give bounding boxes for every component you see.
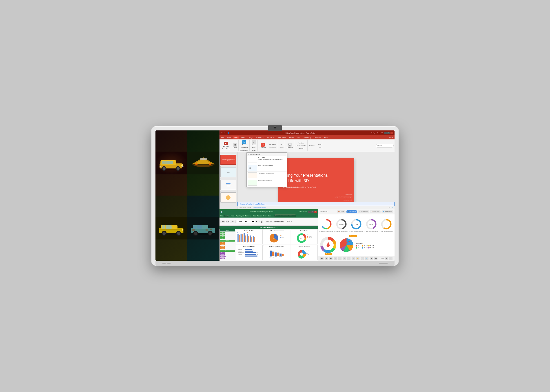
menu-review[interactable]: Review bbox=[288, 137, 294, 139]
excel-window-controls[interactable]: ─ □ × bbox=[308, 210, 317, 213]
donut-4-text: 45% bbox=[370, 223, 373, 225]
svg-text:UTTAR PRADESH: UTTAR PRADESH bbox=[238, 252, 243, 253]
cut-button[interactable]: Cut bbox=[226, 220, 229, 223]
my-addins-button[interactable]: My Add-ins bbox=[269, 146, 277, 148]
shapes-icon[interactable]: △ bbox=[343, 257, 346, 260]
new-slide-button[interactable]: ▣ New Slide bbox=[222, 141, 229, 147]
comment-button[interactable]: 💬 Comment bbox=[286, 143, 293, 149]
minimize-button[interactable]: ─ bbox=[384, 132, 387, 134]
slides-panel[interactable]: 1 Bring Your Presentations to Life with … bbox=[220, 152, 237, 209]
excel-menu-home[interactable]: Home bbox=[224, 215, 229, 217]
share-button[interactable]: Share bbox=[388, 137, 394, 139]
ppt-area: AutoSave 🔵 Bring Your Presentation - Pow… bbox=[220, 130, 394, 209]
zoom-controls[interactable]: ─ □ + 🔍 bbox=[388, 207, 393, 208]
paste-button[interactable]: Paste bbox=[220, 220, 225, 223]
underline-button[interactable]: U bbox=[261, 220, 263, 223]
window-controls[interactable]: ─ □ × bbox=[384, 132, 393, 134]
table-button[interactable]: ⊞ Table bbox=[233, 143, 237, 149]
eraser-icon[interactable]: ⌫ bbox=[338, 257, 342, 260]
reuse-slides-button[interactable]: Reuse Slides bbox=[221, 148, 230, 150]
menu-view[interactable]: View bbox=[296, 137, 301, 139]
excel-menu-review[interactable]: Review bbox=[257, 215, 262, 217]
text-icon[interactable]: T bbox=[347, 257, 350, 260]
textbox-button[interactable]: Text Box bbox=[298, 142, 304, 144]
wrap-text-button[interactable]: Wrap Text bbox=[265, 221, 273, 223]
resources-button[interactable]: 📋 Resources bbox=[370, 210, 381, 213]
excel-menu-file[interactable]: File bbox=[220, 215, 223, 217]
dots-icon[interactable]: ⋯ bbox=[374, 257, 378, 260]
dropdown-item-reuse[interactable]: Reuse Slides Search PowerPoint files for… bbox=[247, 156, 287, 164]
slide-thumb-2[interactable]: slide 2 bbox=[220, 167, 236, 177]
cast-space-button[interactable]: 📡 Cast Space bbox=[358, 210, 369, 213]
select-icon[interactable]: ↖ bbox=[352, 257, 355, 260]
zoom-button[interactable]: Zoom bbox=[279, 143, 284, 146]
shapes-button[interactable]: ○ Shapes bbox=[251, 140, 256, 146]
excel-menu-data[interactable]: Data bbox=[253, 215, 256, 217]
excel-menu-page[interactable]: Page Layout bbox=[236, 215, 244, 217]
menu-design[interactable]: Design bbox=[247, 137, 254, 139]
pencil-icon[interactable]: 🖊 bbox=[334, 257, 337, 260]
merge-center-button[interactable]: Merge & Center bbox=[273, 221, 284, 223]
slide-thumb-3[interactable] bbox=[220, 180, 236, 190]
undo-icon[interactable]: ↩ bbox=[320, 257, 323, 260]
excel-maximize-button[interactable]: □ bbox=[311, 210, 314, 213]
audio-button[interactable]: Audio bbox=[317, 146, 322, 148]
svg-rect-26 bbox=[162, 225, 165, 229]
symbols-button[interactable]: Symbols bbox=[309, 145, 315, 147]
search-input[interactable] bbox=[376, 144, 394, 147]
screenshot-button[interactable]: Screenshot bbox=[240, 146, 248, 149]
excel-search-input[interactable] bbox=[274, 214, 296, 217]
slide-thumb-1[interactable]: Bring Your Presentations to Life with 3D bbox=[220, 155, 236, 165]
slide-thumb-4[interactable] bbox=[220, 192, 236, 203]
menu-animations[interactable]: Animations bbox=[266, 137, 275, 139]
font-size-selector[interactable]: 11 bbox=[249, 220, 255, 223]
font-selector[interactable]: Calibri bbox=[237, 220, 248, 223]
menu-transitions[interactable]: Transitions bbox=[256, 137, 264, 139]
menu-file[interactable]: File bbox=[220, 137, 224, 139]
help-icon[interactable]: ? bbox=[389, 257, 393, 260]
huddle-button[interactable]: 🏠 Huddle bbox=[337, 210, 346, 213]
pen-icon[interactable]: ✏ bbox=[329, 257, 333, 260]
video-call-button[interactable]: 📹 Video Call bbox=[346, 210, 357, 213]
menu-insert[interactable]: Insert bbox=[233, 137, 239, 139]
bottom-area: 💾 ↩ Vinda Store Data Analysis - Excel Et… bbox=[220, 209, 394, 261]
redo-icon[interactable]: ↪ bbox=[325, 257, 328, 260]
italic-button[interactable]: I bbox=[258, 220, 260, 223]
settings-icon[interactable]: ⚙ bbox=[385, 257, 388, 260]
menu-help[interactable]: Help bbox=[323, 137, 328, 139]
chart-button[interactable]: Chart bbox=[252, 149, 256, 151]
grid-icon[interactable]: ⊞ bbox=[370, 257, 373, 260]
dropdown-item-position[interactable]: Position and Rotate Your... bbox=[247, 172, 287, 179]
action-button[interactable]: Action bbox=[279, 146, 284, 148]
wordart-button[interactable]: WordArt bbox=[298, 147, 304, 149]
excel-minimize-button[interactable]: ─ bbox=[308, 210, 310, 213]
icons-button[interactable]: Icons bbox=[252, 146, 256, 149]
excel-menu-formulas[interactable]: Formulas bbox=[245, 215, 251, 217]
dropdown-item-animate[interactable]: Animate Your 3D Model bbox=[247, 179, 287, 187]
capture-icon[interactable]: ⬡ bbox=[361, 257, 364, 260]
dropdown-item-3d[interactable]: 3D Insert a 3D Model from a... bbox=[247, 164, 287, 172]
excel-menu-view[interactable]: View bbox=[263, 215, 266, 217]
hand-icon[interactable]: ✋ bbox=[356, 257, 359, 260]
excel-menu-insert[interactable]: Insert bbox=[231, 215, 234, 217]
photo-album-button[interactable]: Photo Album bbox=[240, 149, 249, 151]
members-button[interactable]: 👥 10 Members bbox=[381, 210, 393, 213]
excel-close-button[interactable]: × bbox=[314, 210, 317, 213]
copy-button[interactable]: Copy bbox=[230, 220, 235, 223]
excel-menu-help[interactable]: Help bbox=[268, 215, 271, 217]
header-footer-button[interactable]: Header & Footer bbox=[296, 145, 307, 147]
menu-draw[interactable]: Draw bbox=[240, 137, 245, 139]
menu-home[interactable]: Home bbox=[226, 137, 232, 139]
close-button[interactable]: × bbox=[391, 132, 393, 134]
get-addins-button[interactable]: Get Add-ins bbox=[269, 143, 277, 146]
pictures-button[interactable]: 🖼 Pictures bbox=[242, 140, 247, 146]
menu-slideshow[interactable]: Slide Show bbox=[277, 137, 286, 139]
menu-recording[interactable]: Recording bbox=[303, 137, 311, 139]
maximize-button[interactable]: □ bbox=[387, 132, 390, 134]
video-button[interactable]: Video bbox=[317, 143, 322, 146]
bold-button[interactable]: B bbox=[256, 220, 258, 223]
menu-developer[interactable]: Developer bbox=[313, 137, 322, 139]
3d-models-button[interactable]: 3D 3D Models bbox=[259, 143, 266, 149]
zoom-icon[interactable]: 🔍 bbox=[365, 257, 368, 260]
legend-items: Chart 1 Chart 2 Chart 3 bbox=[356, 245, 374, 249]
